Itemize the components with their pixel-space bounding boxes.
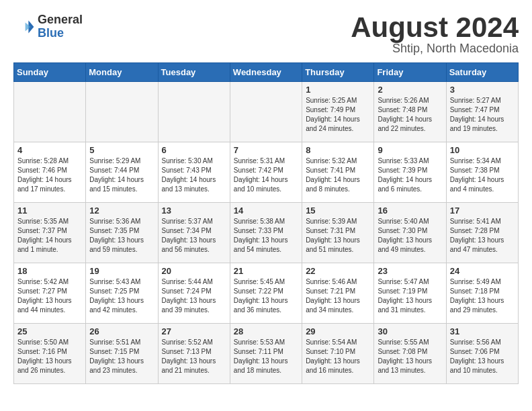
day-number-21: 21 — [234, 266, 298, 276]
day-info-20: Sunrise: 5:44 AMSunset: 7:24 PMDaylight:… — [162, 277, 226, 315]
header-row: Sunday Monday Tuesday Wednesday Thursday… — [14, 63, 519, 82]
header-sunday: Sunday — [14, 63, 86, 82]
cell-w4-d3: 20Sunrise: 5:44 AMSunset: 7:24 PMDayligh… — [158, 263, 230, 324]
logo-general-text: General — [38, 13, 83, 27]
day-number-6: 6 — [162, 145, 226, 155]
logo-icon — [13, 16, 35, 38]
day-number-24: 24 — [450, 266, 515, 276]
cell-w5-d6: 30Sunrise: 5:55 AMSunset: 7:08 PMDayligh… — [374, 324, 446, 384]
day-number-28: 28 — [234, 326, 298, 336]
day-number-30: 30 — [378, 326, 442, 336]
day-info-9: Sunrise: 5:33 AMSunset: 7:39 PMDaylight:… — [378, 156, 442, 194]
cell-w2-d3: 6Sunrise: 5:30 AMSunset: 7:43 PMDaylight… — [158, 142, 230, 203]
day-info-19: Sunrise: 5:43 AMSunset: 7:25 PMDaylight:… — [89, 277, 154, 315]
cell-w1-d7: 3Sunrise: 5:27 AMSunset: 7:47 PMDaylight… — [446, 82, 518, 142]
day-info-10: Sunrise: 5:34 AMSunset: 7:38 PMDaylight:… — [450, 156, 515, 194]
day-number-11: 11 — [17, 205, 82, 216]
day-number-1: 1 — [306, 85, 370, 95]
calendar-table: Sunday Monday Tuesday Wednesday Thursday… — [13, 62, 519, 384]
day-number-17: 17 — [450, 205, 515, 216]
location-subtitle: Shtip, North Macedonia — [351, 42, 519, 56]
cell-w3-d1: 11Sunrise: 5:35 AMSunset: 7:37 PMDayligh… — [14, 203, 86, 263]
header-thursday: Thursday — [302, 63, 374, 82]
cell-w1-d6: 2Sunrise: 5:26 AMSunset: 7:48 PMDaylight… — [374, 82, 446, 142]
day-number-25: 25 — [17, 326, 82, 336]
day-number-2: 2 — [378, 85, 442, 95]
day-number-20: 20 — [162, 266, 226, 276]
day-number-12: 12 — [89, 205, 154, 216]
day-number-15: 15 — [306, 205, 370, 216]
logo-blue-text: Blue — [38, 27, 83, 40]
cell-w4-d6: 23Sunrise: 5:47 AMSunset: 7:19 PMDayligh… — [374, 263, 446, 324]
day-number-19: 19 — [89, 266, 154, 276]
cell-w5-d7: 31Sunrise: 5:56 AMSunset: 7:06 PMDayligh… — [446, 324, 518, 384]
day-info-26: Sunrise: 5:51 AMSunset: 7:15 PMDaylight:… — [89, 338, 154, 375]
day-info-2: Sunrise: 5:26 AMSunset: 7:48 PMDaylight:… — [378, 96, 442, 134]
cell-w2-d1: 4Sunrise: 5:28 AMSunset: 7:46 PMDaylight… — [14, 142, 86, 203]
cell-w4-d1: 18Sunrise: 5:42 AMSunset: 7:27 PMDayligh… — [14, 263, 86, 324]
day-info-8: Sunrise: 5:32 AMSunset: 7:41 PMDaylight:… — [306, 156, 370, 194]
header-wednesday: Wednesday — [230, 63, 302, 82]
day-info-30: Sunrise: 5:55 AMSunset: 7:08 PMDaylight:… — [378, 338, 442, 375]
cell-w3-d6: 16Sunrise: 5:40 AMSunset: 7:30 PMDayligh… — [374, 203, 446, 263]
header-friday: Friday — [374, 63, 446, 82]
day-info-7: Sunrise: 5:31 AMSunset: 7:42 PMDaylight:… — [234, 156, 298, 194]
day-info-11: Sunrise: 5:35 AMSunset: 7:37 PMDaylight:… — [17, 217, 82, 255]
cell-w5-d5: 29Sunrise: 5:54 AMSunset: 7:10 PMDayligh… — [302, 324, 374, 384]
day-info-25: Sunrise: 5:50 AMSunset: 7:16 PMDaylight:… — [17, 338, 82, 375]
day-info-17: Sunrise: 5:41 AMSunset: 7:28 PMDaylight:… — [450, 217, 515, 255]
cell-w1-d5: 1Sunrise: 5:25 AMSunset: 7:49 PMDaylight… — [302, 82, 374, 142]
day-number-14: 14 — [234, 205, 298, 216]
header-saturday: Saturday — [446, 63, 518, 82]
cell-w5-d1: 25Sunrise: 5:50 AMSunset: 7:16 PMDayligh… — [14, 324, 86, 384]
cell-w4-d5: 22Sunrise: 5:46 AMSunset: 7:21 PMDayligh… — [302, 263, 374, 324]
header-tuesday: Tuesday — [158, 63, 230, 82]
cell-w3-d3: 13Sunrise: 5:37 AMSunset: 7:34 PMDayligh… — [158, 203, 230, 263]
day-info-16: Sunrise: 5:40 AMSunset: 7:30 PMDaylight:… — [378, 217, 442, 255]
day-number-7: 7 — [234, 145, 298, 155]
week-row-4: 18Sunrise: 5:42 AMSunset: 7:27 PMDayligh… — [14, 263, 519, 324]
day-number-13: 13 — [162, 205, 226, 216]
day-info-29: Sunrise: 5:54 AMSunset: 7:10 PMDaylight:… — [306, 338, 370, 375]
week-row-1: 1Sunrise: 5:25 AMSunset: 7:49 PMDaylight… — [14, 82, 519, 142]
day-info-1: Sunrise: 5:25 AMSunset: 7:49 PMDaylight:… — [306, 96, 370, 134]
day-info-15: Sunrise: 5:39 AMSunset: 7:31 PMDaylight:… — [306, 217, 370, 255]
title-block: August 2024 Shtip, North Macedonia — [351, 13, 519, 56]
week-row-2: 4Sunrise: 5:28 AMSunset: 7:46 PMDaylight… — [14, 142, 519, 203]
cell-w4-d7: 24Sunrise: 5:49 AMSunset: 7:18 PMDayligh… — [446, 263, 518, 324]
cell-w1-d2 — [86, 82, 158, 142]
day-number-16: 16 — [378, 205, 442, 216]
cell-w2-d2: 5Sunrise: 5:29 AMSunset: 7:44 PMDaylight… — [86, 142, 158, 203]
cell-w1-d1 — [14, 82, 86, 142]
day-number-27: 27 — [162, 326, 226, 336]
cell-w3-d5: 15Sunrise: 5:39 AMSunset: 7:31 PMDayligh… — [302, 203, 374, 263]
cell-w2-d5: 8Sunrise: 5:32 AMSunset: 7:41 PMDaylight… — [302, 142, 374, 203]
day-info-3: Sunrise: 5:27 AMSunset: 7:47 PMDaylight:… — [450, 96, 515, 134]
day-info-4: Sunrise: 5:28 AMSunset: 7:46 PMDaylight:… — [17, 156, 82, 194]
day-number-3: 3 — [450, 85, 515, 95]
cell-w4-d4: 21Sunrise: 5:45 AMSunset: 7:22 PMDayligh… — [230, 263, 302, 324]
week-row-3: 11Sunrise: 5:35 AMSunset: 7:37 PMDayligh… — [14, 203, 519, 263]
month-year-title: August 2024 — [351, 13, 519, 42]
day-number-8: 8 — [306, 145, 370, 155]
day-info-5: Sunrise: 5:29 AMSunset: 7:44 PMDaylight:… — [89, 156, 154, 194]
cell-w2-d4: 7Sunrise: 5:31 AMSunset: 7:42 PMDaylight… — [230, 142, 302, 203]
cell-w3-d4: 14Sunrise: 5:38 AMSunset: 7:33 PMDayligh… — [230, 203, 302, 263]
day-number-10: 10 — [450, 145, 515, 155]
cell-w5-d2: 26Sunrise: 5:51 AMSunset: 7:15 PMDayligh… — [86, 324, 158, 384]
day-info-13: Sunrise: 5:37 AMSunset: 7:34 PMDaylight:… — [162, 217, 226, 255]
page-header: General Blue August 2024 Shtip, North Ma… — [13, 13, 519, 56]
cell-w1-d4 — [230, 82, 302, 142]
day-number-18: 18 — [17, 266, 82, 276]
day-number-29: 29 — [306, 326, 370, 336]
day-info-24: Sunrise: 5:49 AMSunset: 7:18 PMDaylight:… — [450, 277, 515, 315]
cell-w4-d2: 19Sunrise: 5:43 AMSunset: 7:25 PMDayligh… — [86, 263, 158, 324]
day-info-6: Sunrise: 5:30 AMSunset: 7:43 PMDaylight:… — [162, 156, 226, 194]
cell-w3-d7: 17Sunrise: 5:41 AMSunset: 7:28 PMDayligh… — [446, 203, 518, 263]
day-number-26: 26 — [89, 326, 154, 336]
day-info-22: Sunrise: 5:46 AMSunset: 7:21 PMDaylight:… — [306, 277, 370, 315]
cell-w2-d6: 9Sunrise: 5:33 AMSunset: 7:39 PMDaylight… — [374, 142, 446, 203]
cell-w1-d3 — [158, 82, 230, 142]
day-info-18: Sunrise: 5:42 AMSunset: 7:27 PMDaylight:… — [17, 277, 82, 315]
day-number-5: 5 — [89, 145, 154, 155]
